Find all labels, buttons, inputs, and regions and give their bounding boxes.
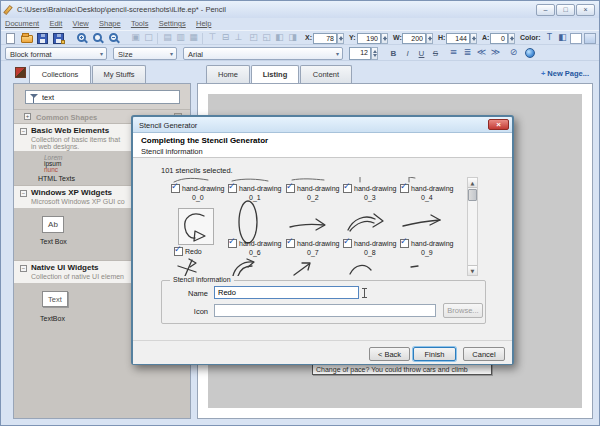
align-right-icon[interactable]: ▦ <box>187 31 200 44</box>
menu-help[interactable]: Help <box>192 18 215 28</box>
browse-button[interactable]: Browse... <box>443 303 483 318</box>
flip-horizontal-icon[interactable]: ◧ <box>273 31 286 44</box>
stencil-item-0-6[interactable]: ✓ hand-drawing <box>228 239 281 248</box>
indent-icon[interactable]: ≫ <box>489 46 502 59</box>
scrollbar-thumb[interactable] <box>468 189 477 201</box>
checkbox[interactable]: ✓ <box>343 239 352 248</box>
size-combobox[interactable]: Size▾ <box>113 47 177 60</box>
expand-icon[interactable]: + <box>24 113 31 120</box>
open-file-icon[interactable] <box>21 35 33 43</box>
menu-shape[interactable]: Shape <box>95 18 125 28</box>
y-spinner[interactable] <box>381 33 388 44</box>
font-family-combobox[interactable]: Arial▾ <box>183 47 343 60</box>
tab-collections[interactable]: Collections <box>29 65 91 83</box>
block-format-combobox[interactable]: Block format▾ <box>5 47 107 60</box>
clear-format-icon[interactable]: ⊘ <box>507 46 520 59</box>
hyperlink-globe-icon[interactable] <box>525 48 535 58</box>
checkbox[interactable]: ✓ <box>286 239 295 248</box>
a-input[interactable]: 0 <box>490 33 508 44</box>
strikethrough-button[interactable]: S <box>429 47 442 60</box>
font-size-input[interactable]: 12 <box>349 47 371 60</box>
save-icon[interactable] <box>37 33 48 44</box>
h-spinner[interactable] <box>470 33 477 44</box>
checkbox[interactable]: ✓ <box>171 184 180 193</box>
fill-color-icon[interactable]: ◧ <box>556 31 569 44</box>
group-icon[interactable]: ▣ <box>129 31 142 44</box>
stroke-color-swatch[interactable] <box>570 33 582 44</box>
stencil-item-0-2[interactable]: ✓ hand-drawing <box>286 184 339 193</box>
h-input[interactable]: 144 <box>446 33 470 44</box>
zoom-reset-icon[interactable] <box>93 33 102 42</box>
stencil-list-scrollbar[interactable]: ▲ ▼ <box>467 177 478 276</box>
align-left-icon[interactable]: ▤ <box>161 31 174 44</box>
stencil-item-0-0[interactable]: ✓ hand-drawing <box>171 184 224 193</box>
search-input[interactable] <box>40 92 170 102</box>
x-spinner[interactable] <box>337 33 344 44</box>
stencil-item-0-1[interactable]: ✓ hand-drawing <box>228 184 281 193</box>
menu-tools[interactable]: Tools <box>127 18 153 28</box>
back-button[interactable]: < Back <box>369 347 410 361</box>
tab-listing[interactable]: Listing <box>251 65 299 83</box>
name-input[interactable] <box>214 286 359 299</box>
bullet-list-icon[interactable]: ≡ <box>447 46 460 59</box>
fill-color-swatch[interactable] <box>584 33 596 44</box>
stencil-item-0-7[interactable]: ✓ hand-drawing <box>286 239 339 248</box>
align-top-icon[interactable]: ⊤ <box>206 31 219 44</box>
menu-edit[interactable]: Edit <box>45 18 66 28</box>
text-stencil-preview[interactable]: Text <box>42 291 68 307</box>
html-text-preview[interactable]: nunc <box>44 166 58 173</box>
a-spinner[interactable] <box>508 33 515 44</box>
text-color-icon[interactable]: T <box>543 31 556 44</box>
maximize-button[interactable]: □ <box>556 4 575 16</box>
icon-input[interactable] <box>214 304 436 317</box>
scroll-up-icon[interactable]: ▲ <box>468 178 477 188</box>
checkbox[interactable]: ✓ <box>228 239 237 248</box>
tab-home[interactable]: Home <box>206 65 250 83</box>
align-bottom-icon[interactable]: ⊥ <box>232 31 245 44</box>
checkbox[interactable]: ✓ <box>286 184 295 193</box>
numbered-list-icon[interactable]: ≣ <box>461 46 474 59</box>
stencil-item-redo[interactable]: ✓ Redo <box>174 247 202 256</box>
checkbox[interactable]: ✓ <box>174 247 183 256</box>
finish-button[interactable]: Finish <box>413 347 456 361</box>
italic-button[interactable]: I <box>401 47 414 60</box>
collapse-icon[interactable]: − <box>20 265 27 272</box>
menu-document[interactable]: Document <box>1 18 43 28</box>
stencil-item-0-9[interactable]: ✓ hand-drawing <box>400 239 453 248</box>
checkbox[interactable]: ✓ <box>343 184 352 193</box>
stencil-item-0-8[interactable]: ✓ hand-drawing <box>343 239 396 248</box>
save-as-icon[interactable] <box>53 33 64 44</box>
stencil-selected-preview[interactable] <box>178 208 214 245</box>
stencil-item-0-3[interactable]: ✓ hand-drawing <box>343 184 396 193</box>
bring-to-front-icon[interactable]: ◰ <box>247 31 260 44</box>
font-size-spinner[interactable] <box>371 47 378 60</box>
menu-view[interactable]: View <box>69 18 93 28</box>
w-input[interactable]: 200 <box>402 33 426 44</box>
dialog-title-bar[interactable]: Stencil Generator × <box>133 117 512 133</box>
collapse-icon[interactable]: − <box>20 128 27 135</box>
new-page-link[interactable]: +New Page... <box>541 69 589 78</box>
tab-my-stuffs[interactable]: My Stuffs <box>92 65 146 83</box>
x-input[interactable]: 78 <box>313 33 337 44</box>
underline-button[interactable]: U <box>415 47 428 60</box>
y-input[interactable]: 190 <box>357 33 381 44</box>
menu-settings[interactable]: Settings <box>155 18 190 28</box>
zoom-in-icon[interactable] <box>77 33 86 42</box>
send-to-back-icon[interactable]: ◱ <box>260 31 273 44</box>
flip-vertical-icon[interactable]: ◨ <box>286 31 299 44</box>
w-spinner[interactable] <box>426 33 433 44</box>
collapse-icon[interactable]: − <box>20 190 27 197</box>
textbox-stencil-preview[interactable]: Ab <box>42 216 64 233</box>
tab-content[interactable]: Content <box>300 65 352 83</box>
stencil-search-box[interactable] <box>25 90 180 104</box>
minimize-button[interactable]: – <box>536 4 555 16</box>
outdent-icon[interactable]: ≪ <box>475 46 488 59</box>
dialog-close-button[interactable]: × <box>488 119 509 130</box>
stencil-item-0-4[interactable]: ✓ hand-drawing <box>400 184 453 193</box>
checkbox[interactable]: ✓ <box>400 239 409 248</box>
close-button[interactable]: × <box>576 4 595 16</box>
bold-button[interactable]: B <box>387 47 400 60</box>
cancel-button[interactable]: Cancel <box>463 347 505 361</box>
align-middle-icon[interactable]: ⊟ <box>219 31 232 44</box>
checkbox[interactable]: ✓ <box>400 184 409 193</box>
